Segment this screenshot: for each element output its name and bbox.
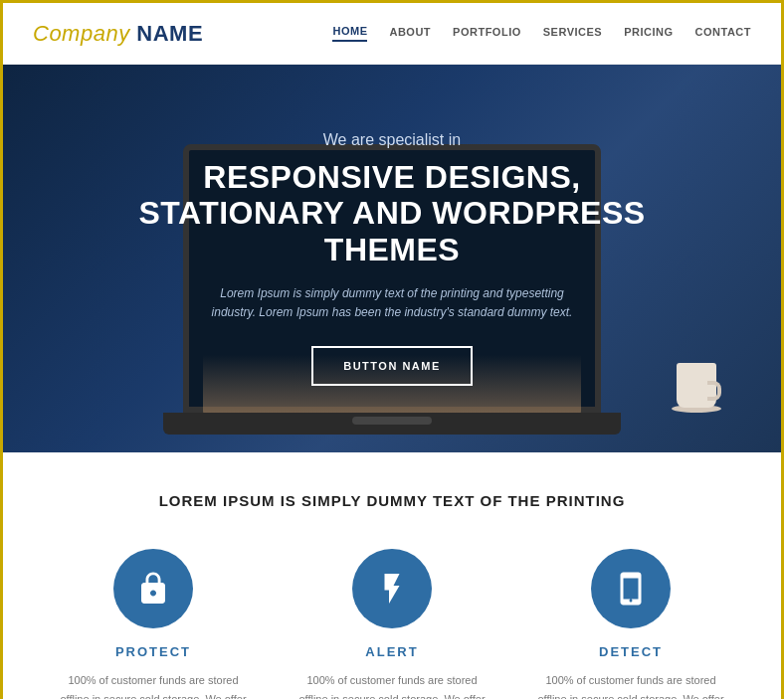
feature-icon-detect — [591, 549, 671, 628]
features-grid: PROTECT 100% of customer funds are store… — [33, 549, 751, 699]
feature-label-protect: PROTECT — [59, 644, 248, 659]
hero-content: We are specialist in RESPONSIVE DESIGNS,… — [113, 111, 671, 407]
logo: Company NAME — [33, 21, 203, 47]
feature-alert: ALERT 100% of customer funds are stored … — [297, 549, 487, 699]
features-section: LOREM IPSUM IS SIMPLY DUMMY TEXT OF THE … — [3, 452, 781, 699]
feature-text-protect: 100% of customer funds are stored offlin… — [59, 671, 248, 699]
hero-cta-button[interactable]: BUTTON NAME — [311, 346, 473, 386]
coffee-cup-illustration — [672, 363, 721, 423]
nav-item-portfolio[interactable]: PORTFOLIO — [453, 26, 521, 41]
bolt-icon — [374, 571, 410, 607]
feature-text-detect: 100% of customer funds are stored offlin… — [536, 671, 725, 699]
nav-item-services[interactable]: SERVICES — [543, 26, 602, 41]
nav-item-home[interactable]: HOME — [332, 25, 367, 42]
feature-icon-alert — [352, 549, 432, 628]
nav: HOME ABOUT PORTFOLIO SERVICES PRICING CO… — [332, 25, 751, 42]
hero-description: Lorem Ipsum is simply dummy text of the … — [203, 284, 581, 322]
feature-text-alert: 100% of customer funds are stored offlin… — [297, 671, 487, 699]
feature-icon-protect — [113, 549, 193, 628]
logo-name: NAME — [136, 21, 203, 46]
logo-company: Company — [33, 21, 136, 46]
nav-item-pricing[interactable]: PRICING — [624, 26, 673, 41]
lock-icon — [135, 571, 171, 607]
hero-section: We are specialist in RESPONSIVE DESIGNS,… — [3, 65, 781, 452]
feature-detect: DETECT 100% of customer funds are stored… — [536, 549, 725, 699]
nav-item-about[interactable]: ABOUT — [389, 26, 431, 41]
mobile-icon — [613, 571, 649, 607]
hero-subtitle: We are specialist in — [133, 131, 651, 149]
laptop-base — [163, 413, 621, 435]
header: Company NAME HOME ABOUT PORTFOLIO SERVIC… — [3, 3, 781, 65]
feature-protect: PROTECT 100% of customer funds are store… — [59, 549, 248, 699]
nav-item-contact[interactable]: CONTACT — [695, 26, 751, 41]
coffee-handle — [707, 381, 721, 401]
hero-title: RESPONSIVE DESIGNS, STATIONARY AND WORDP… — [133, 159, 651, 268]
feature-label-detect: DETECT — [536, 644, 725, 659]
features-title: LOREM IPSUM IS SIMPLY DUMMY TEXT OF THE … — [33, 492, 751, 509]
feature-label-alert: ALERT — [297, 644, 487, 659]
